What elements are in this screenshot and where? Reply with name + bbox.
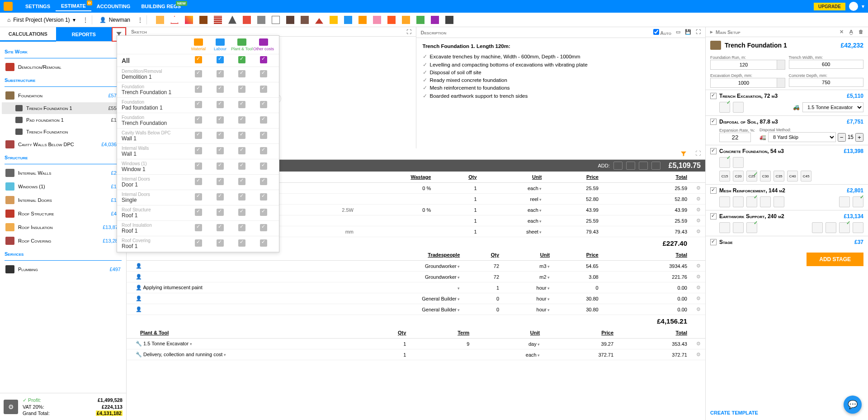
- concrete-checkbox[interactable]: [710, 148, 717, 154]
- filter-check[interactable]: [238, 178, 245, 185]
- filter-check[interactable]: [238, 147, 245, 154]
- sidebar-item-cavity-walls[interactable]: Cavity Walls Below DPC £4,036,5: [2, 138, 124, 151]
- foundation-run-input[interactable]: [711, 61, 777, 69]
- filter-check[interactable]: [260, 239, 267, 247]
- filter-check[interactable]: [238, 239, 245, 247]
- col-unit[interactable]: Unit: [504, 249, 554, 261]
- stage-checkbox[interactable]: [710, 239, 717, 245]
- tool-icon[interactable]: [228, 16, 236, 24]
- concrete-grade-option[interactable]: C40: [787, 171, 798, 181]
- sidebar-item-internal-walls[interactable]: Internal Walls £2,2: [2, 166, 124, 180]
- tab-calculations[interactable]: CALCULATIONS: [0, 27, 56, 42]
- table-row[interactable]: 🔧 1.5 Tonne Excavator19day39.27353.43⚙: [127, 339, 705, 349]
- col-qty[interactable]: Qty: [464, 249, 504, 261]
- filter-row[interactable]: FoundationTrench Foundation 1: [117, 82, 279, 97]
- row-gear-icon[interactable]: ⚙: [692, 293, 705, 304]
- auto-checkbox[interactable]: Auto: [653, 29, 671, 36]
- tool-icon[interactable]: [315, 16, 323, 24]
- filter-check[interactable]: [217, 209, 224, 216]
- row-gear-icon[interactable]: ⚙: [692, 282, 705, 293]
- mesh-layer-option[interactable]: [839, 196, 850, 207]
- filter-check[interactable]: [238, 193, 245, 200]
- tool-icon[interactable]: [445, 16, 453, 24]
- filter-row[interactable]: Cavity Walls Below DPCWall 1: [117, 128, 279, 143]
- upgrade-button[interactable]: UPGRADE: [814, 3, 845, 10]
- text-format-icon[interactable]: A̲: [849, 29, 853, 35]
- table-row[interactable]: 👤 General Builder0hour30.800.00⚙: [127, 304, 705, 315]
- tool-icon[interactable]: [431, 16, 439, 24]
- row-gear-icon[interactable]: ⚙: [692, 272, 705, 282]
- row-gear-icon[interactable]: ⚙: [692, 183, 705, 194]
- tool-icon[interactable]: [301, 16, 309, 24]
- sidebar-item-trench-foundation-1[interactable]: Trench Foundation 1 £55,3: [2, 102, 124, 114]
- sidebar-item-internal-doors[interactable]: Internal Doors £1,1: [2, 193, 124, 207]
- chevron-icon[interactable]: ▸: [710, 29, 713, 35]
- filter-row[interactable]: Demolition/RemovalDemolition 1: [117, 67, 279, 82]
- filter-check[interactable]: [260, 86, 267, 93]
- filter-check[interactable]: [238, 162, 245, 170]
- filter-row[interactable]: PlumbingToilet: [117, 251, 279, 253]
- tool-icon[interactable]: [199, 16, 208, 24]
- filter-check[interactable]: [238, 224, 245, 231]
- filter-check[interactable]: [195, 70, 202, 77]
- mesh-option[interactable]: [719, 196, 730, 207]
- col-qty[interactable]: Qty: [435, 172, 481, 183]
- trench-width-input[interactable]: [789, 60, 863, 68]
- filter-check[interactable]: [260, 209, 267, 216]
- table-row[interactable]: 👤 Groundworker72m354.653934.45⚙: [127, 261, 705, 272]
- col-total[interactable]: Total: [603, 172, 692, 183]
- filter-row[interactable]: FoundationTrench Foundation: [117, 113, 279, 128]
- filter-check[interactable]: [217, 178, 224, 185]
- user-avatar-icon[interactable]: [849, 2, 858, 11]
- nav-estimate[interactable]: ESTIMATE D: [56, 1, 91, 11]
- concrete-grade-option[interactable]: C20: [733, 171, 744, 181]
- filter-check[interactable]: [260, 101, 267, 108]
- expand-icon[interactable]: ⛶: [696, 29, 701, 36]
- tab-reports[interactable]: REPORTS: [56, 27, 112, 42]
- excavation-option[interactable]: [733, 102, 744, 113]
- excavator-select[interactable]: 1.5 Tonne Excavator: [802, 102, 863, 112]
- filter-check[interactable]: [195, 162, 202, 170]
- col-wastage[interactable]: Wastage: [358, 172, 435, 183]
- tool-icon[interactable]: [286, 16, 294, 24]
- filter-check[interactable]: [195, 132, 202, 139]
- settings-gear-button[interactable]: ⚙: [4, 400, 18, 414]
- tool-icon[interactable]: [185, 16, 193, 24]
- add-plant-icon[interactable]: [639, 162, 648, 170]
- table-row[interactable]: 🔧 Delivery, collection and running cost1…: [127, 349, 705, 360]
- filter-check[interactable]: [238, 116, 245, 124]
- filter-check[interactable]: [238, 132, 245, 139]
- filter-check[interactable]: [238, 70, 245, 77]
- filter-check[interactable]: [195, 116, 202, 124]
- row-gear-icon[interactable]: ⚙: [692, 205, 705, 215]
- col-unit[interactable]: Unit: [474, 327, 544, 339]
- delete-icon[interactable]: 🗑: [859, 29, 863, 35]
- excavation-depth-input[interactable]: [711, 79, 777, 87]
- tool-icon[interactable]: [156, 16, 164, 24]
- expand-icon[interactable]: ⛶: [406, 29, 411, 34]
- filter-row[interactable]: Roof CoveringRoof 1: [117, 236, 279, 251]
- row-gear-icon[interactable]: ⚙: [692, 226, 705, 237]
- tool-icon[interactable]: [214, 16, 222, 24]
- sidebar-item-roof-structure[interactable]: Roof Structure £4,7: [2, 207, 124, 220]
- filter-check[interactable]: [195, 224, 202, 231]
- sidebar-item-pad-foundation-1[interactable]: Pad foundation 1 £1,6: [2, 114, 124, 126]
- nav-accounting[interactable]: ACCOUNTING: [91, 2, 136, 11]
- tool-icon[interactable]: [257, 16, 265, 24]
- decrement-button[interactable]: −: [838, 133, 846, 142]
- filter-row[interactable]: Roof StructureRoof 1: [117, 205, 279, 220]
- filter-check[interactable]: [217, 162, 224, 170]
- filter-check[interactable]: [260, 193, 267, 200]
- row-gear-icon[interactable]: ⚙: [692, 339, 705, 349]
- filter-check[interactable]: [217, 86, 224, 93]
- filter-row[interactable]: FoundationPad foundation 1: [117, 97, 279, 113]
- book-icon[interactable]: ▭: [676, 29, 680, 36]
- filter-icon[interactable]: [680, 150, 687, 159]
- sidebar-item-roof-insulation[interactable]: Roof Insulation £13,876: [2, 220, 124, 234]
- earthwork-type-option[interactable]: [839, 222, 850, 233]
- row-gear-icon[interactable]: ⚙: [692, 349, 705, 360]
- filter-check[interactable]: [217, 132, 224, 139]
- earthwork-option[interactable]: [719, 222, 730, 233]
- tool-icon[interactable]: [359, 16, 367, 24]
- row-gear-icon[interactable]: ⚙: [692, 194, 705, 205]
